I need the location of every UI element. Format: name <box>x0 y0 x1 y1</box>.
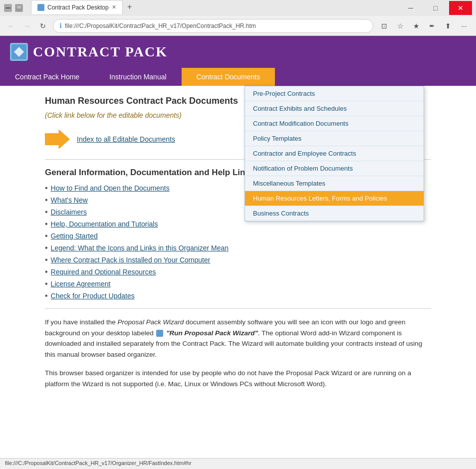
minimize-icon[interactable] <box>4 4 12 12</box>
browser-window: Contract Pack Desktop ✕ + ─ □ ✕ ← → ↻ ℹ … <box>0 0 476 469</box>
dropdown-menu: Pre-Project Contracts Contract Exhibits … <box>244 86 424 222</box>
toolbar-right: ⊡ ☆ ★ ✒ ⬆ ··· <box>377 19 471 33</box>
list-item: Getting Started <box>45 232 431 240</box>
page-content: CONTRACT PACK Contract Pack Home Instruc… <box>0 36 476 458</box>
tab-bar: Contract Pack Desktop ✕ + <box>27 2 391 14</box>
dropdown-item-policy[interactable]: Policy Templates <box>245 131 424 146</box>
body-paragraph-2: This browser based organizer is intended… <box>45 368 431 389</box>
list-item: License Agreement <box>45 279 431 288</box>
body-paragraph-1: If you have installed the Proposal Pack … <box>45 317 431 360</box>
arrow-icon <box>45 129 70 149</box>
svg-rect-2 <box>17 6 21 7</box>
link-legend[interactable]: Legend: What the Icons and Links in this… <box>51 244 229 252</box>
link-license[interactable]: License Agreement <box>51 280 111 288</box>
forward-button[interactable]: → <box>21 20 33 32</box>
title-bar: Contract Pack Desktop ✕ + ─ □ ✕ <box>0 0 476 16</box>
link-whats-new[interactable]: What's New <box>51 196 88 204</box>
divider-2 <box>45 308 431 309</box>
status-text: file:///C:/ProposalKit/ContractPack_HR_v… <box>5 460 192 466</box>
list-item: Check for Product Updates <box>45 291 431 300</box>
nav-contract-documents[interactable]: Contract Documents <box>182 68 275 86</box>
dropdown-item-pre-project[interactable]: Pre-Project Contracts <box>245 86 424 101</box>
dropdown-item-contractor[interactable]: Contractor and Employee Contracts <box>245 146 424 161</box>
window-close-button[interactable]: ✕ <box>449 1 472 15</box>
dropdown-item-notification[interactable]: Notification of Problem Documents <box>245 161 424 176</box>
site-title: CONTRACT PACK <box>33 44 168 60</box>
list-item: Where Contract Pack is Installed on Your… <box>45 255 431 264</box>
back-button[interactable]: ← <box>5 20 17 32</box>
active-tab[interactable]: Contract Pack Desktop ✕ <box>31 0 123 14</box>
info-icon: ℹ <box>59 22 62 29</box>
logo-diamond <box>14 47 24 57</box>
window-minimize-button[interactable]: ─ <box>399 1 422 15</box>
more-button[interactable]: ··· <box>457 19 471 33</box>
tab-label: Contract Pack Desktop <box>47 4 109 11</box>
list-item: Legend: What the Icons and Links in this… <box>45 243 431 252</box>
reader-icon[interactable]: ⊡ <box>377 19 391 33</box>
pen-icon[interactable]: ✒ <box>425 19 439 33</box>
favorites-icon[interactable]: ★ <box>409 19 423 33</box>
share-icon[interactable]: ⬆ <box>441 19 455 33</box>
link-getting-started[interactable]: Getting Started <box>51 232 98 240</box>
url-text: file:///C:/ProposalKit/ContractPack_HR_v… <box>65 22 256 29</box>
page-icon <box>15 4 23 12</box>
nav-instruction-manual[interactable]: Instruction Manual <box>94 68 181 86</box>
site-header: CONTRACT PACK <box>0 36 476 68</box>
bookmark-star-icon[interactable]: ☆ <box>393 19 407 33</box>
index-link[interactable]: Index to all Editable Documents <box>77 135 175 143</box>
status-bar: file:///C:/ProposalKit/ContractPack_HR_v… <box>0 458 476 469</box>
link-resources[interactable]: Required and Optional Resources <box>51 268 156 276</box>
site-logo: CONTRACT PACK <box>10 43 168 61</box>
list-item: Required and Optional Resources <box>45 267 431 276</box>
svg-rect-3 <box>17 7 21 8</box>
nav-home[interactable]: Contract Pack Home <box>0 68 94 86</box>
dropdown-item-exhibits[interactable]: Contract Exhibits and Schedules <box>245 101 424 116</box>
link-updates[interactable]: Check for Product Updates <box>51 292 135 300</box>
title-bar-icons <box>4 4 23 12</box>
dropdown-item-modification[interactable]: Contract Modification Documents <box>245 116 424 131</box>
address-bar: ← → ↻ ℹ file:///C:/ProposalKit/ContractP… <box>0 16 476 36</box>
main-nav: Contract Pack Home Instruction Manual Co… <box>0 68 476 86</box>
link-help-docs[interactable]: Help, Documentation and Tutorials <box>51 220 158 228</box>
window-restore-button[interactable]: □ <box>424 1 447 15</box>
reload-button[interactable]: ↻ <box>37 20 49 32</box>
link-disclaimers[interactable]: Disclaimers <box>51 208 87 216</box>
dropdown-item-miscellaneous[interactable]: Miscellaneous Templates <box>245 176 424 191</box>
tab-favicon <box>37 4 44 11</box>
dropdown-item-business[interactable]: Business Contracts <box>245 206 424 221</box>
svg-rect-0 <box>5 7 10 8</box>
tab-close-button[interactable]: ✕ <box>112 4 116 10</box>
new-tab-button[interactable]: + <box>123 0 137 14</box>
link-install-location[interactable]: Where Contract Pack is Installed on Your… <box>51 256 211 264</box>
wizard-icon-inline <box>156 330 163 337</box>
dropdown-item-hr[interactable]: Human Resources Letters, Forms and Polic… <box>245 191 424 206</box>
link-how-to-find[interactable]: How to Find and Open the Documents <box>51 184 170 192</box>
url-bar[interactable]: ℹ file:///C:/ProposalKit/ContractPack_HR… <box>53 19 373 33</box>
logo-icon <box>10 43 28 61</box>
